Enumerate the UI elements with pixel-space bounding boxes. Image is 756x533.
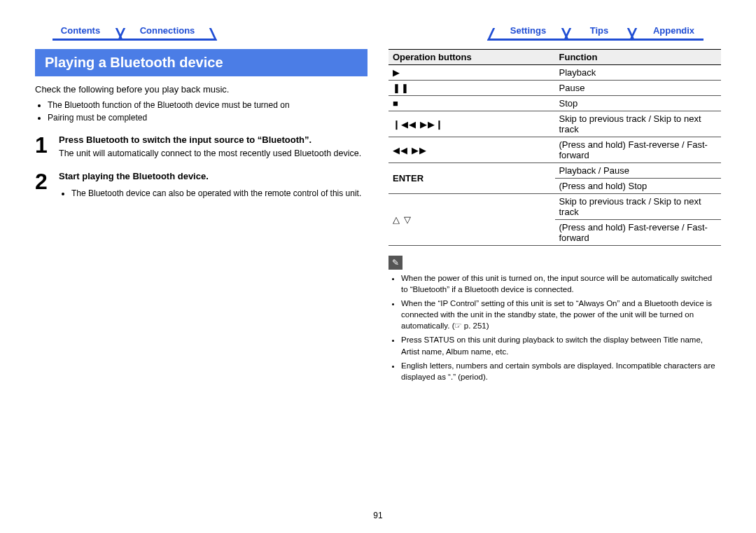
operation-table: Operation buttons Function ▶Playback❚❚Pa… bbox=[388, 49, 721, 246]
op-button-cell: ❙◀◀ ▶▶❙ bbox=[388, 111, 555, 137]
op-function-cell: Skip to previous track / Skip to next tr… bbox=[555, 194, 722, 220]
col-function: Function bbox=[555, 50, 722, 65]
right-column: Operation buttons Function ▶Playback❚❚Pa… bbox=[388, 49, 721, 385]
op-function-cell: (Press and hold) Fast-reverse / Fast-for… bbox=[555, 137, 722, 163]
op-button-cell: ■ bbox=[388, 96, 555, 111]
main-columns: Playing a Bluetooth device Check the fol… bbox=[0, 41, 756, 385]
intro-text: Check the following before you play back… bbox=[35, 83, 368, 96]
col-operation-buttons: Operation buttons bbox=[388, 50, 555, 65]
page-number: 91 bbox=[0, 511, 756, 520]
section-title: Playing a Bluetooth device bbox=[35, 49, 368, 76]
table-row: △ ▽Skip to previous track / Skip to next… bbox=[388, 194, 721, 220]
tab-connections[interactable]: Connections bbox=[132, 25, 202, 41]
tab-appendix[interactable]: Appendix bbox=[644, 25, 704, 41]
table-row: ◀◀ ▶▶(Press and hold) Fast-reverse / Fas… bbox=[388, 137, 721, 163]
step-2: 2 Start playing the Bluetooth device. Th… bbox=[35, 170, 368, 208]
step-number: 2 bbox=[35, 170, 59, 208]
step-number: 1 bbox=[35, 134, 59, 160]
tab-tips[interactable]: Tips bbox=[578, 25, 620, 41]
op-button-cell: ❚❚ bbox=[388, 81, 555, 96]
table-row: ENTERPlayback / Pause bbox=[388, 163, 721, 179]
note-item: When the “IP Control” setting of this un… bbox=[401, 298, 721, 331]
op-function-cell: Pause bbox=[555, 81, 722, 96]
top-nav: Contents Connections Settings Tips Appen… bbox=[0, 0, 756, 41]
op-function-cell: Playback / Pause bbox=[555, 163, 722, 179]
op-button-cell: ENTER bbox=[388, 163, 555, 194]
op-button-cell: ▶ bbox=[388, 65, 555, 81]
op-function-cell: (Press and hold) Stop bbox=[555, 179, 722, 194]
step-1: 1 Press Bluetooth to switch the input so… bbox=[35, 134, 368, 160]
note-item: English letters, numbers and certain sym… bbox=[401, 360, 721, 382]
table-row: ■Stop bbox=[388, 96, 721, 111]
step-1-desc: The unit will automatically connect to t… bbox=[59, 148, 361, 160]
intro-bullets: The Bluetooth function of the Bluetooth … bbox=[35, 99, 368, 124]
tab-contents[interactable]: Contents bbox=[52, 25, 108, 41]
intro-bullet: The Bluetooth function of the Bluetooth … bbox=[48, 99, 368, 111]
table-row: ❚❚Pause bbox=[388, 81, 721, 96]
op-function-cell: Skip to previous track / Skip to next tr… bbox=[555, 111, 722, 137]
note-item: Press STATUS on this unit during playbac… bbox=[401, 334, 721, 357]
step-1-title: Press Bluetooth to switch the input sour… bbox=[59, 134, 361, 146]
left-column: Playing a Bluetooth device Check the fol… bbox=[35, 49, 368, 385]
note-icon: ✎ bbox=[388, 256, 402, 270]
op-function-cell: Playback bbox=[555, 65, 722, 81]
table-row: ▶Playback bbox=[388, 65, 721, 81]
tab-settings[interactable]: Settings bbox=[502, 25, 554, 41]
op-function-cell: (Press and hold) Fast-reverse / Fast-for… bbox=[555, 220, 722, 246]
op-function-cell: Stop bbox=[555, 96, 722, 111]
table-row: ❙◀◀ ▶▶❙Skip to previous track / Skip to … bbox=[388, 111, 721, 137]
step-2-bullet: The Bluetooth device can also be operate… bbox=[71, 187, 361, 200]
step-2-title: Start playing the Bluetooth device. bbox=[59, 170, 361, 183]
notes-list: When the power of this unit is turned on… bbox=[388, 272, 721, 382]
op-button-cell: △ ▽ bbox=[388, 194, 555, 246]
note-item: When the power of this unit is turned on… bbox=[401, 272, 721, 295]
op-button-cell: ◀◀ ▶▶ bbox=[388, 137, 555, 163]
intro-bullet: Pairing must be completed bbox=[48, 111, 368, 124]
